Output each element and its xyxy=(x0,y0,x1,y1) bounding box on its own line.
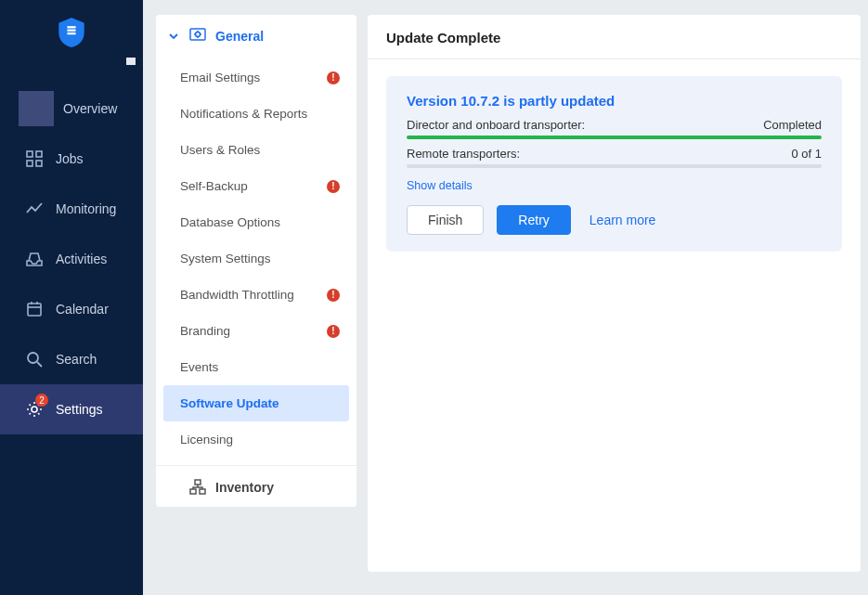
svg-rect-2 xyxy=(67,32,75,34)
collapse-indicator-icon xyxy=(126,58,136,65)
chart-line-icon xyxy=(26,200,43,217)
progress-row-remote: Remote transporters: 0 of 1 xyxy=(407,147,822,161)
main-area: Update Complete Version 10.7.2 is partly… xyxy=(368,0,868,595)
section-general-items: Email Settings ! Notifications & Reports… xyxy=(156,56,356,465)
settings-item-self-backup[interactable]: Self-Backup ! xyxy=(156,168,356,204)
nav-calendar[interactable]: Calendar xyxy=(0,284,143,334)
settings-panel-icon xyxy=(189,28,206,45)
nav-search[interactable]: Search xyxy=(0,334,143,384)
main-sidebar: Overview Jobs Monitoring Activities Cale… xyxy=(0,0,143,595)
nav-monitoring[interactable]: Monitoring xyxy=(0,184,143,234)
page-title: Update Complete xyxy=(368,15,861,59)
progress-status: 0 of 1 xyxy=(791,147,822,161)
progress-label: Remote transporters: xyxy=(407,147,520,161)
settings-item-label: Self-Backup xyxy=(180,179,248,193)
svg-rect-14 xyxy=(190,29,205,40)
svg-rect-5 xyxy=(27,161,32,166)
primary-nav: Overview Jobs Monitoring Activities Cale… xyxy=(0,65,143,434)
svg-rect-6 xyxy=(36,161,42,166)
inventory-icon xyxy=(189,479,206,496)
overview-icon xyxy=(19,91,54,126)
progress-row-director: Director and onboard transporter: Comple… xyxy=(407,118,822,132)
section-inventory-header[interactable]: Inventory xyxy=(156,465,356,507)
settings-item-email[interactable]: Email Settings ! xyxy=(156,59,356,96)
settings-item-label: Notifications & Reports xyxy=(180,107,307,121)
inbox-icon xyxy=(26,251,43,267)
update-heading: Version 10.7.2 is partly updated xyxy=(407,93,822,109)
settings-item-events[interactable]: Events xyxy=(156,349,356,385)
nav-activities[interactable]: Activities xyxy=(0,234,143,284)
content-card: Update Complete Version 10.7.2 is partly… xyxy=(368,15,861,572)
alert-icon: ! xyxy=(327,289,340,302)
nav-label: Calendar xyxy=(56,302,109,317)
nav-settings[interactable]: 2 Settings xyxy=(0,384,143,434)
settings-item-label: Branding xyxy=(180,324,230,338)
svg-rect-1 xyxy=(67,30,75,32)
calendar-icon xyxy=(26,301,43,317)
nav-label: Overview xyxy=(63,101,117,116)
progress-label: Director and onboard transporter: xyxy=(407,118,585,132)
section-title: General xyxy=(215,29,264,44)
svg-point-15 xyxy=(196,32,201,37)
show-details-link[interactable]: Show details xyxy=(407,179,473,192)
settings-item-branding[interactable]: Branding ! xyxy=(156,313,356,349)
svg-rect-0 xyxy=(67,26,75,28)
settings-item-label: Software Update xyxy=(180,396,279,410)
finish-button[interactable]: Finish xyxy=(407,205,484,235)
alert-icon: ! xyxy=(327,180,340,193)
progress-bar-director xyxy=(407,136,822,139)
svg-rect-7 xyxy=(28,304,41,316)
settings-item-bandwidth[interactable]: Bandwidth Throttling ! xyxy=(156,277,356,313)
settings-item-label: Bandwidth Throttling xyxy=(180,288,294,302)
settings-item-label: Email Settings xyxy=(180,71,260,84)
svg-point-13 xyxy=(32,407,37,412)
svg-line-12 xyxy=(37,362,42,367)
nav-jobs[interactable]: Jobs xyxy=(0,134,143,184)
settings-card: General Email Settings ! Notifications &… xyxy=(156,15,356,507)
chevron-down-icon xyxy=(167,30,180,43)
nav-label: Jobs xyxy=(56,151,84,166)
nav-label: Search xyxy=(56,352,97,367)
settings-item-users-roles[interactable]: Users & Roles xyxy=(156,132,356,168)
search-icon xyxy=(26,351,43,368)
section-general-header[interactable]: General xyxy=(156,15,356,56)
svg-rect-4 xyxy=(36,151,42,157)
svg-rect-18 xyxy=(200,489,205,494)
settings-item-system[interactable]: System Settings xyxy=(156,240,356,277)
learn-more-link[interactable]: Learn more xyxy=(589,213,656,227)
progress-fill xyxy=(407,136,822,139)
settings-subnav: General Email Settings ! Notifications &… xyxy=(143,0,368,595)
nav-label: Monitoring xyxy=(56,201,116,216)
svg-rect-17 xyxy=(190,489,196,494)
alert-icon: ! xyxy=(327,325,340,338)
retry-button[interactable]: Retry xyxy=(497,205,570,235)
settings-item-software-update[interactable]: Software Update xyxy=(163,385,349,421)
logo-area xyxy=(0,0,143,65)
nav-overview[interactable]: Overview xyxy=(0,84,143,134)
update-actions: Finish Retry Learn more xyxy=(407,205,822,235)
settings-item-licensing[interactable]: Licensing xyxy=(156,421,356,458)
svg-point-11 xyxy=(28,353,38,363)
settings-item-label: Events xyxy=(180,360,218,374)
shield-logo-icon xyxy=(58,18,84,47)
nav-label: Activities xyxy=(56,252,107,266)
alert-icon: ! xyxy=(327,71,340,84)
settings-item-database[interactable]: Database Options xyxy=(156,204,356,240)
update-status-panel: Version 10.7.2 is partly updated Directo… xyxy=(386,76,842,252)
progress-bar-remote xyxy=(407,164,822,168)
section-title: Inventory xyxy=(215,480,274,495)
settings-item-label: System Settings xyxy=(180,252,271,265)
nav-label: Settings xyxy=(56,402,103,417)
svg-rect-16 xyxy=(195,480,201,485)
settings-item-label: Users & Roles xyxy=(180,143,260,157)
settings-item-label: Database Options xyxy=(180,215,280,229)
svg-rect-3 xyxy=(27,151,32,157)
grid-icon xyxy=(26,150,43,167)
settings-item-label: Licensing xyxy=(180,433,233,446)
settings-alert-badge: 2 xyxy=(35,394,48,407)
progress-status: Completed xyxy=(763,118,822,132)
settings-item-notifications[interactable]: Notifications & Reports xyxy=(156,96,356,132)
